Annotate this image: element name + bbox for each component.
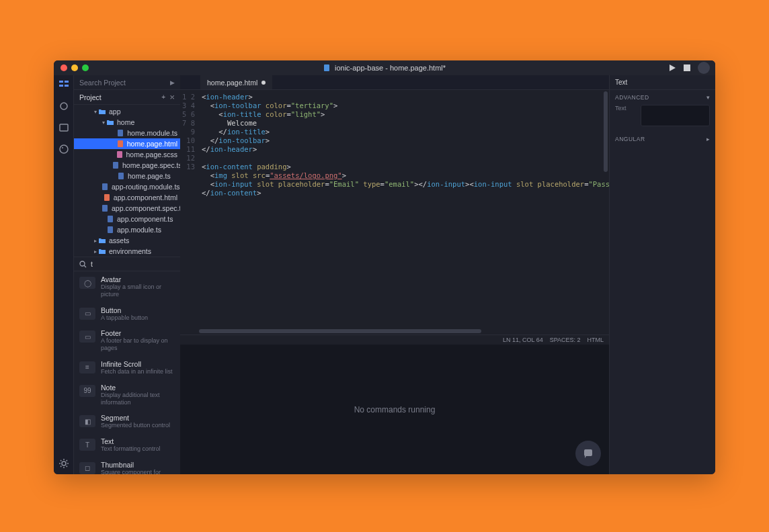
component-item[interactable]: TTextText formatting control: [74, 433, 180, 457]
search-icon: [79, 261, 87, 268]
svg-marker-1: [670, 64, 676, 71]
chat-icon: [582, 447, 594, 459]
tree-node[interactable]: app.component.html: [74, 192, 180, 203]
component-filter: [74, 257, 180, 271]
svg-point-7: [60, 103, 67, 109]
component-item[interactable]: 99NoteDisplay additional text informatio…: [74, 380, 180, 410]
svg-point-9: [60, 145, 68, 153]
svg-rect-16: [118, 173, 124, 179]
svg-rect-13: [118, 140, 123, 147]
tree-node[interactable]: ▸assets: [74, 235, 180, 246]
avatar[interactable]: [698, 62, 710, 74]
line-gutter: 1 2 3 4 5 6 7 8 9 10 11 12 13: [180, 90, 199, 335]
component-item[interactable]: ◻ThumbnailSquare component for displayin…: [74, 457, 180, 474]
window-title: ionic-app-base - home.page.html*: [54, 64, 715, 72]
scrollbar-vertical[interactable]: [604, 91, 608, 326]
editor-status-bar: LN 11, COL 64 SPACES: 2 HTML: [180, 335, 609, 345]
indent-setting[interactable]: SPACES: 2: [550, 337, 581, 343]
design-icon[interactable]: [58, 79, 69, 90]
svg-rect-12: [118, 130, 123, 136]
stop-icon[interactable]: [683, 64, 691, 72]
tree-node[interactable]: app.component.ts: [74, 214, 180, 224]
cursor-position: LN 11, COL 64: [503, 337, 543, 343]
svg-rect-8: [60, 124, 68, 131]
code-editor[interactable]: 1 2 3 4 5 6 7 8 9 10 11 12 13 <ion-heade…: [180, 90, 609, 335]
document-icon: [323, 64, 330, 72]
component-item[interactable]: ≡Infinite ScrollFetch data in an infinit…: [74, 356, 180, 380]
tree-node[interactable]: app.component.spec.ts: [74, 203, 180, 214]
tree-node[interactable]: home.module.ts: [74, 128, 180, 138]
code-content[interactable]: <ion-header> <ion-toolbar color="tertiar…: [199, 90, 609, 335]
editor-area: home.page.html 1 2 3 4 5 6 7 8 9 10 11 1…: [180, 75, 609, 474]
component-thumb-icon: T: [79, 439, 95, 451]
component-thumb-icon: ▭: [79, 308, 95, 320]
text-input[interactable]: [641, 105, 710, 126]
tree-node[interactable]: home.page.ts: [74, 171, 180, 181]
inspector-title: Text: [610, 75, 715, 90]
svg-rect-14: [117, 151, 122, 158]
svg-point-22: [80, 261, 85, 266]
tree-node[interactable]: ▾app: [74, 106, 180, 117]
component-item[interactable]: ▭FooterA footer bar to display on pages: [74, 325, 180, 356]
activity-bar: [54, 75, 74, 474]
component-thumb-icon: ◧: [79, 415, 95, 427]
chevron-right-icon: ▶: [170, 79, 175, 86]
settings-icon[interactable]: [58, 458, 69, 469]
tree-node[interactable]: ▾home: [74, 117, 180, 128]
svg-rect-2: [684, 64, 690, 71]
filter-input[interactable]: [91, 260, 158, 268]
svg-rect-6: [65, 85, 69, 87]
titlebar: ionic-app-base - home.page.html*: [54, 60, 715, 75]
intercom-button[interactable]: [575, 441, 601, 466]
svg-rect-20: [108, 216, 113, 222]
chevron-right-icon: ▸: [706, 136, 711, 142]
component-thumb-icon: ◻: [79, 462, 95, 474]
svg-point-11: [62, 461, 66, 466]
language-mode[interactable]: HTML: [588, 337, 604, 343]
svg-line-23: [84, 265, 86, 267]
add-icon[interactable]: +: [161, 93, 165, 101]
component-list: ◯AvatarDisplay a small icon or picture▭B…: [74, 271, 180, 474]
file-tree: ▾app▾homehome.module.tshome.page.htmlhom…: [74, 105, 180, 257]
component-item[interactable]: ◯AvatarDisplay a small icon or picture: [74, 271, 180, 302]
component-item[interactable]: ▭ButtonA tappable button: [74, 302, 180, 326]
project-header: Project +⤫: [74, 90, 180, 105]
collapse-icon[interactable]: ⤫: [169, 93, 175, 101]
tree-node[interactable]: home.page.scss: [74, 149, 180, 160]
palette-icon[interactable]: [58, 144, 69, 154]
component-thumb-icon: 99: [79, 385, 95, 397]
component-thumb-icon: ≡: [79, 361, 95, 373]
svg-rect-18: [104, 194, 110, 201]
svg-rect-24: [584, 449, 592, 456]
svg-point-10: [62, 147, 63, 148]
svg-rect-4: [65, 81, 69, 83]
tree-node[interactable]: home.page.spec.ts: [74, 160, 180, 171]
layers-icon[interactable]: [58, 101, 69, 112]
svg-rect-5: [59, 85, 63, 87]
component-thumb-icon: ◯: [79, 277, 95, 289]
tree-node[interactable]: ▸environments: [74, 246, 180, 257]
svg-rect-0: [324, 64, 329, 71]
app-window: ionic-app-base - home.page.html* Search …: [54, 60, 715, 474]
run-icon[interactable]: [668, 64, 676, 72]
unsaved-indicator-icon: [261, 81, 266, 85]
image-icon[interactable]: [58, 122, 69, 133]
component-item[interactable]: ◧SegmentSegmented button control: [74, 410, 180, 433]
tab-home-page-html[interactable]: home.page.html: [200, 75, 272, 89]
section-advanced[interactable]: ADVANCED ▾: [610, 90, 715, 105]
svg-rect-19: [102, 205, 108, 212]
svg-rect-15: [113, 162, 118, 169]
svg-rect-3: [59, 81, 63, 83]
search-project[interactable]: Search Project ▶: [74, 75, 180, 90]
tree-node[interactable]: app.module.ts: [74, 224, 180, 235]
scrollbar-horizontal[interactable]: [199, 329, 608, 333]
svg-rect-21: [108, 226, 113, 233]
chevron-down-icon: ▾: [706, 94, 711, 101]
tree-node[interactable]: home.page.html: [74, 138, 180, 149]
svg-rect-17: [102, 183, 108, 190]
text-property: Text: [610, 105, 715, 132]
terminal-panel: No commands running: [180, 345, 609, 474]
tree-node[interactable]: app-routing.module.ts: [74, 181, 180, 192]
component-thumb-icon: ▭: [79, 330, 95, 343]
section-angular[interactable]: ANGULAR ▸: [610, 132, 715, 146]
